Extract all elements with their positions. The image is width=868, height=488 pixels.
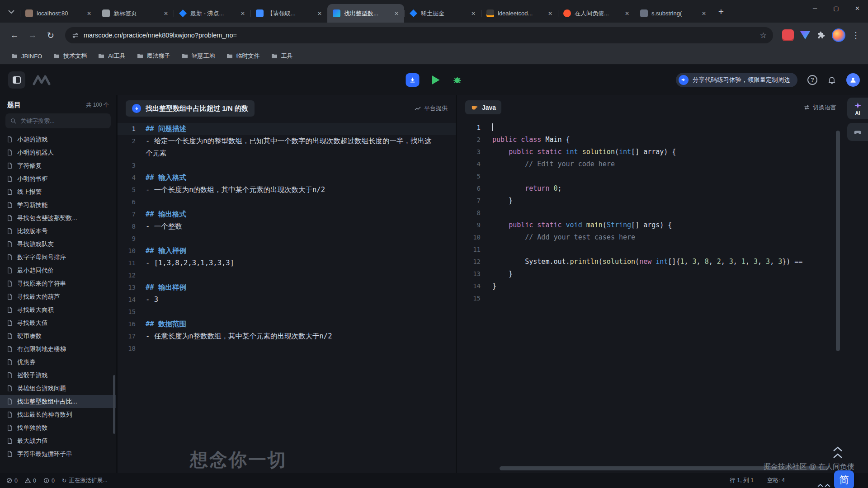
sidebar-scrollbar[interactable] xyxy=(113,375,115,434)
minimize-button[interactable]: ─ xyxy=(804,0,826,16)
simplified-chinese-badge[interactable]: 简 xyxy=(834,470,854,488)
line-number: 4 xyxy=(118,172,136,184)
problem-list-item[interactable]: 找出整型数组中占比... xyxy=(0,395,116,408)
problem-list-item[interactable]: 线上报警 xyxy=(0,185,116,198)
problem-list-item[interactable]: 英雄组合游戏问题 xyxy=(0,382,116,395)
problem-list-item[interactable]: 小超的游戏 xyxy=(0,133,116,146)
problem-list-item[interactable]: 最大战力值 xyxy=(0,434,116,447)
tab-close-icon[interactable]: ✕ xyxy=(546,9,554,18)
problem-list-item[interactable]: 找出最长的神奇数列 xyxy=(0,408,116,421)
debug-bug-button[interactable] xyxy=(453,75,462,85)
problem-list-item[interactable]: 小明的机器人 xyxy=(0,146,116,159)
browser-tab[interactable]: 最新 - 沸点... ✕ xyxy=(174,4,250,23)
browser-tab[interactable]: s.substring( ✕ xyxy=(635,4,712,23)
search-box[interactable] xyxy=(5,113,111,128)
cursor-position: 行 1, 列 1 xyxy=(730,477,754,484)
problem-list-item[interactable]: 有点限制地走楼梯 xyxy=(0,343,116,356)
problem-list-label: 寻找包含斐波那契数... xyxy=(17,214,77,222)
tab-close-icon[interactable]: ✕ xyxy=(700,9,708,18)
problem-list-item[interactable]: 寻找包含斐波那契数... xyxy=(0,211,116,225)
problem-list-item[interactable]: 寻找最大的葫芦 xyxy=(0,290,116,303)
problem-line: 15 xyxy=(118,306,456,318)
bell-icon[interactable] xyxy=(827,75,836,84)
problem-list-item[interactable]: 最小趋同代价 xyxy=(0,264,116,277)
code-line: 6 return 0; xyxy=(457,183,868,195)
tab-close-icon[interactable]: ✕ xyxy=(392,9,401,18)
triangle-extension-icon[interactable] xyxy=(800,31,810,40)
help-icon[interactable]: ? xyxy=(807,75,817,85)
tab-close-icon[interactable]: ✕ xyxy=(469,9,477,18)
gamepad-icon xyxy=(853,127,862,136)
problem-line-text xyxy=(146,196,456,208)
bookmark-item[interactable]: AI工具 xyxy=(93,50,130,62)
refresh-button[interactable]: ↻ xyxy=(42,27,59,43)
bookmark-item[interactable]: 技术文档 xyxy=(48,50,91,62)
tab-search-button[interactable] xyxy=(5,5,18,19)
document-icon xyxy=(6,293,13,300)
code-line: 15 xyxy=(457,292,868,305)
switch-language-button[interactable]: 切换语言 xyxy=(803,103,836,112)
bookmark-item[interactable]: 智慧工地 xyxy=(177,50,220,62)
code-lines[interactable]: 1 2 public class Main { 3 public static … xyxy=(457,119,868,305)
code-line: 13 } xyxy=(457,268,868,280)
new-tab-button[interactable]: + xyxy=(714,5,728,19)
vertical-scrollbar[interactable] xyxy=(836,131,840,351)
pdf-extension-icon[interactable] xyxy=(782,29,794,41)
widget-button[interactable] xyxy=(847,123,868,141)
error-icon xyxy=(6,478,12,483)
bookmark-star-icon[interactable]: ☆ xyxy=(760,31,767,40)
submit-button[interactable] xyxy=(406,73,420,87)
bookmark-item[interactable]: JBINFO xyxy=(6,51,47,61)
user-avatar[interactable] xyxy=(846,73,860,87)
profile-avatar[interactable] xyxy=(832,28,845,42)
problem-list-item[interactable]: 找单独的数 xyxy=(0,421,116,434)
bookmark-item[interactable]: 临时文件 xyxy=(222,50,264,62)
tab-close-icon[interactable]: ✕ xyxy=(623,9,631,18)
close-button[interactable]: ✕ xyxy=(847,0,868,16)
problem-list-item[interactable]: 字符串最短循环子串 xyxy=(0,447,116,460)
browser-tab[interactable]: localhost:80 ✕ xyxy=(20,4,97,23)
problem-list-item[interactable]: 摇骰子游戏 xyxy=(0,369,116,382)
problem-list-item[interactable]: 学习新技能 xyxy=(0,198,116,211)
address-bar[interactable]: marscode.cn/practice/nnek809lxwjono?prob… xyxy=(65,27,773,43)
tab-close-icon[interactable]: ✕ xyxy=(239,9,247,18)
tab-close-icon[interactable]: ✕ xyxy=(85,9,93,18)
browser-tab[interactable]: 【请领取... ✕ xyxy=(250,4,327,23)
line-number: 7 xyxy=(118,208,136,221)
sidebar-toggle-button[interactable] xyxy=(8,71,25,89)
back-button[interactable]: ← xyxy=(6,27,23,43)
problem-list-item[interactable]: 寻找游戏队友 xyxy=(0,238,116,251)
problem-list-item[interactable]: 寻找最大值 xyxy=(0,316,116,329)
problem-list-item[interactable]: 寻找最大面积 xyxy=(0,303,116,316)
maximize-button[interactable]: ▢ xyxy=(826,0,847,16)
problem-list-item[interactable]: 数字字母问号排序 xyxy=(0,251,116,264)
problem-list-item[interactable]: 硬币凑数 xyxy=(0,329,116,343)
browser-tab[interactable]: 稀土掘金 ✕ xyxy=(404,4,481,23)
ai-assistant-button[interactable]: AI xyxy=(847,98,868,119)
problem-list-item[interactable]: 字符修复 xyxy=(0,159,116,172)
site-settings-icon[interactable] xyxy=(71,32,79,39)
bookmark-item[interactable]: 魔法梯子 xyxy=(132,50,175,62)
promo-banner[interactable]: 分享代码练习体验，领限量定制周边 xyxy=(676,73,797,87)
tab-close-icon[interactable]: ✕ xyxy=(316,9,324,18)
browser-tab[interactable]: 新标签页 ✕ xyxy=(97,4,174,23)
problem-list-item[interactable]: 优惠券 xyxy=(0,356,116,369)
bookmark-label: 魔法梯子 xyxy=(147,52,170,60)
browser-tab[interactable]: 在人间负债... ✕ xyxy=(558,4,635,23)
problem-list-label: 字符串最短循环子串 xyxy=(17,450,72,458)
problem-list-item[interactable]: 小明的书柜 xyxy=(0,172,116,185)
browser-tab[interactable]: idealeetcod... ✕ xyxy=(481,4,558,23)
forward-button[interactable]: → xyxy=(24,27,41,43)
language-selector[interactable]: Java xyxy=(465,100,501,114)
tab-close-icon[interactable]: ✕ xyxy=(162,9,170,18)
extensions-puzzle-icon[interactable] xyxy=(816,31,826,40)
bookmark-item[interactable]: 工具 xyxy=(266,50,297,62)
back-to-top-button[interactable] xyxy=(833,446,843,459)
run-button[interactable] xyxy=(432,75,440,84)
problem-list-item[interactable]: 比较版本号 xyxy=(0,225,116,238)
problem-list-item[interactable]: 寻找原来的字符串 xyxy=(0,277,116,290)
browser-tab[interactable]: 找出整型数... ✕ xyxy=(327,4,404,23)
problem-list-label: 摇骰子游戏 xyxy=(17,371,48,380)
browser-menu-icon[interactable]: ⋮ xyxy=(852,30,859,40)
search-input[interactable] xyxy=(20,117,106,124)
